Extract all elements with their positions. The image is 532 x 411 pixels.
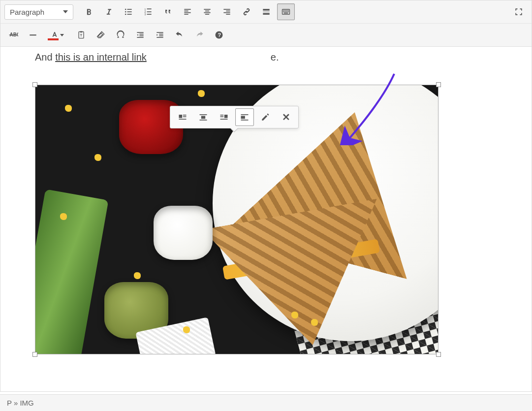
- format-dropdown[interactable]: Paragraph: [4, 4, 73, 20]
- redo-icon: [194, 30, 204, 40]
- align-right-icon: [222, 7, 232, 17]
- status-sep: »: [12, 399, 20, 407]
- blockquote-button[interactable]: [159, 3, 177, 20]
- internal-link-text[interactable]: this is an internal link: [55, 52, 147, 63]
- hr-icon: [28, 30, 38, 40]
- img-align-none-icon: [240, 112, 250, 122]
- svg-rect-26: [263, 13, 269, 15]
- svg-rect-20: [223, 9, 230, 10]
- content-paragraph[interactable]: And this is an internal link to a differ…: [35, 52, 523, 63]
- fullscreen-icon: [514, 7, 524, 17]
- fullscreen-button[interactable]: [510, 3, 528, 20]
- svg-rect-66: [241, 114, 249, 115]
- status-path-img[interactable]: IMG: [20, 399, 33, 407]
- chevron-down-icon: [60, 34, 64, 36]
- bullet-list-button[interactable]: [120, 3, 137, 20]
- img-align-right-icon: [219, 112, 229, 122]
- svg-rect-55: [179, 115, 183, 118]
- undo-button[interactable]: [171, 27, 188, 43]
- image-edit-button[interactable]: [256, 108, 275, 126]
- svg-rect-46: [139, 34, 143, 35]
- editor-toolbar: Paragraph 123: [0, 0, 532, 47]
- svg-rect-62: [224, 115, 228, 118]
- text-color-button[interactable]: [44, 27, 70, 43]
- align-center-button[interactable]: [198, 3, 216, 20]
- strikethrough-button[interactable]: ABC: [4, 27, 22, 43]
- content-inner: And this is an internal link to a differ…: [0, 52, 532, 356]
- image-align-center-button[interactable]: [194, 108, 213, 126]
- svg-rect-19: [205, 14, 209, 15]
- resize-handle-sw[interactable]: [32, 352, 37, 357]
- align-left-button[interactable]: [179, 3, 196, 20]
- svg-text:T: T: [80, 33, 83, 37]
- italic-button[interactable]: [100, 3, 118, 20]
- image-remove-button[interactable]: ✕: [277, 108, 295, 126]
- svg-rect-49: [156, 32, 163, 33]
- image-align-left-button[interactable]: [173, 108, 192, 126]
- hr-button[interactable]: [24, 27, 42, 43]
- undo-icon: [175, 30, 185, 40]
- image-align-none-button[interactable]: [235, 108, 254, 126]
- svg-rect-11: [147, 14, 152, 15]
- svg-rect-13: [184, 11, 188, 12]
- svg-text:3: 3: [145, 13, 146, 16]
- img-align-left-icon: [178, 112, 188, 122]
- svg-rect-22: [223, 12, 230, 13]
- special-char-button[interactable]: [112, 27, 129, 43]
- image-align-right-button[interactable]: [215, 108, 233, 126]
- bullet-list-icon: [124, 7, 133, 17]
- img-align-center-icon: [198, 112, 208, 122]
- svg-rect-24: [263, 9, 269, 10]
- indent-icon: [155, 30, 165, 40]
- x-icon: ✕: [282, 112, 290, 122]
- redo-button[interactable]: [190, 27, 208, 43]
- svg-rect-35: [285, 11, 286, 12]
- svg-rect-68: [241, 120, 249, 121]
- status-path-p[interactable]: P: [7, 399, 12, 407]
- indent-button[interactable]: [151, 27, 169, 43]
- resize-handle-ne[interactable]: [436, 82, 441, 87]
- svg-rect-30: [285, 10, 286, 11]
- svg-rect-18: [204, 12, 210, 13]
- svg-rect-29: [284, 10, 285, 11]
- svg-rect-16: [204, 9, 210, 10]
- keyboard-icon: [281, 7, 291, 17]
- editor-content-area[interactable]: And this is an internal link to a differ…: [0, 47, 532, 391]
- omega-icon: [116, 30, 125, 40]
- svg-rect-34: [284, 11, 285, 12]
- svg-rect-41: [30, 34, 36, 35]
- clear-formatting-button[interactable]: [92, 27, 110, 43]
- bold-icon: [84, 7, 94, 17]
- svg-rect-65: [220, 119, 228, 120]
- quote-icon: [163, 7, 173, 17]
- align-right-button[interactable]: [218, 3, 236, 20]
- align-center-icon: [202, 7, 212, 17]
- paste-text-button[interactable]: T: [72, 27, 90, 43]
- svg-rect-67: [241, 116, 245, 119]
- numbered-list-button[interactable]: 123: [139, 3, 157, 20]
- strikethrough-icon: ABC: [8, 30, 18, 40]
- svg-rect-57: [183, 116, 187, 117]
- svg-rect-58: [179, 119, 187, 120]
- resize-handle-nw[interactable]: [32, 82, 37, 87]
- insert-more-button[interactable]: [257, 3, 275, 20]
- insert-link-button[interactable]: [238, 3, 255, 20]
- svg-rect-31: [287, 10, 288, 11]
- svg-rect-9: [147, 8, 152, 9]
- format-label: Paragraph: [10, 8, 44, 16]
- svg-rect-12: [184, 9, 190, 10]
- chevron-down-icon: [63, 10, 68, 13]
- resize-handle-se[interactable]: [436, 352, 441, 357]
- svg-rect-23: [226, 14, 230, 15]
- read-more-icon: [261, 7, 271, 17]
- svg-rect-21: [226, 11, 230, 12]
- outdent-button[interactable]: [131, 27, 149, 43]
- status-bar: P » IMG: [0, 394, 532, 411]
- svg-rect-40: [9, 34, 18, 35]
- svg-rect-47: [139, 35, 143, 36]
- svg-rect-43: [80, 32, 83, 33]
- svg-rect-64: [220, 116, 224, 117]
- bold-button[interactable]: [80, 3, 98, 20]
- help-button[interactable]: ?: [210, 27, 228, 43]
- toolbar-toggle-button[interactable]: [277, 3, 295, 20]
